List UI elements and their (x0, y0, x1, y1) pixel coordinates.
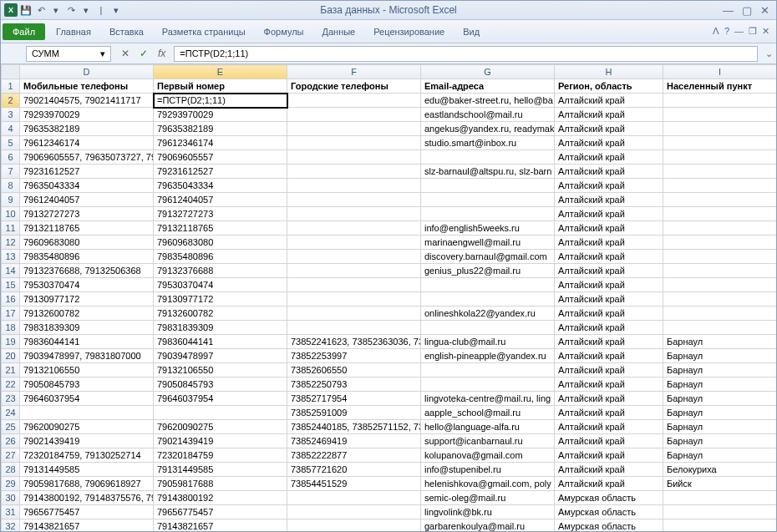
cell-G26[interactable]: support@icanbarnaul.ru (421, 434, 555, 448)
namebox-dd[interactable]: ▾ (100, 48, 105, 59)
row-header[interactable]: 17 (2, 307, 20, 321)
cell-I23[interactable]: Барнаул (663, 392, 777, 406)
cell-D10[interactable]: 79132727273 (20, 207, 154, 221)
cell-G15[interactable] (421, 278, 555, 292)
cell-F8[interactable] (287, 179, 421, 193)
row-header[interactable]: 30 (2, 491, 20, 505)
cell-E17[interactable]: 79132600782 (154, 307, 287, 321)
cell-F22[interactable]: 73852250793 (287, 377, 421, 392)
cell-H23[interactable]: Алтайский край (555, 392, 663, 406)
tab-view[interactable]: Вид (454, 23, 489, 41)
cell-I22[interactable]: Барнаул (663, 377, 777, 392)
cell-F28[interactable]: 73857721620 (287, 463, 421, 477)
cell-D26[interactable]: 79021439419 (20, 434, 154, 448)
cell-F7[interactable] (287, 165, 421, 179)
cell-E28[interactable]: 79131449585 (154, 463, 287, 477)
cell-E11[interactable]: 79132118765 (154, 221, 287, 236)
cell-G25[interactable]: hello@language-alfa.ru (421, 420, 555, 434)
formula-enter-button[interactable]: ✓ (140, 48, 148, 59)
cell-D13[interactable]: 79835480896 (20, 250, 154, 264)
cell-I21[interactable]: Барнаул (663, 363, 777, 377)
cell-H17[interactable]: Алтайский край (555, 307, 663, 321)
cell-H25[interactable]: Алтайский край (555, 420, 663, 434)
cell-I29[interactable]: Бийск (663, 477, 777, 491)
maximize-button[interactable]: ▢ (742, 4, 752, 17)
cell-D27[interactable]: 72320184759, 79130252714 (20, 448, 154, 463)
col-header-G[interactable]: G (421, 65, 555, 79)
cell-H32[interactable]: Амурская область (555, 519, 663, 532)
cell-F26[interactable]: 73852469419 (287, 434, 421, 448)
cell-G8[interactable] (421, 179, 555, 193)
cell-D14[interactable]: 79132376688, 79132506368 (20, 264, 154, 278)
cell-F1[interactable]: Городские телефоны (287, 79, 421, 94)
cell-I30[interactable] (663, 491, 777, 505)
row-header[interactable]: 27 (2, 448, 20, 463)
tab-formulas[interactable]: Формулы (255, 23, 313, 41)
cell-I11[interactable] (663, 221, 777, 236)
cell-F24[interactable]: 73852591009 (287, 406, 421, 420)
cell-H16[interactable]: Алтайский край (555, 292, 663, 307)
cell-H22[interactable]: Алтайский край (555, 377, 663, 392)
cell-H7[interactable]: Алтайский край (555, 165, 663, 179)
row-header[interactable]: 9 (2, 193, 20, 207)
cell-E29[interactable]: 79059817688 (154, 477, 287, 491)
row-header[interactable]: 14 (2, 264, 20, 278)
cell-F21[interactable]: 73852606550 (287, 363, 421, 377)
cell-E20[interactable]: 79039478997 (154, 349, 287, 363)
cell-F3[interactable] (287, 108, 421, 122)
cell-D25[interactable]: 79620090275 (20, 420, 154, 434)
cell-D4[interactable]: 79635382189 (20, 122, 154, 136)
cell-F12[interactable] (287, 236, 421, 250)
cell-I26[interactable]: Барнаул (663, 434, 777, 448)
tab-file[interactable]: Файл (3, 23, 45, 40)
cell-D15[interactable]: 79530370474 (20, 278, 154, 292)
row-header[interactable]: 12 (2, 236, 20, 250)
cell-H30[interactable]: Амурская область (555, 491, 663, 505)
cell-E3[interactable]: 79293970029 (154, 108, 287, 122)
cell-F5[interactable] (287, 136, 421, 150)
cell-E27[interactable]: 72320184759 (154, 448, 287, 463)
cell-E8[interactable]: 79635043334 (154, 179, 287, 193)
col-header-I[interactable]: I (663, 65, 777, 79)
cell-G16[interactable] (421, 292, 555, 307)
cell-G4[interactable]: angekus@yandex.ru, readymak (421, 122, 555, 136)
cell-E16[interactable]: 79130977172 (154, 292, 287, 307)
close-button[interactable]: ✕ (760, 4, 769, 17)
cell-F17[interactable] (287, 307, 421, 321)
tab-review[interactable]: Рецензирование (364, 23, 454, 41)
cell-F2[interactable] (287, 94, 421, 108)
cell-H14[interactable]: Алтайский край (555, 264, 663, 278)
cell-H26[interactable]: Алтайский край (555, 434, 663, 448)
cell-I14[interactable] (663, 264, 777, 278)
cell-G20[interactable]: english-pineapple@yandex.ru (421, 349, 555, 363)
cell-G31[interactable]: lingvolink@bk.ru (421, 505, 555, 519)
cell-E13[interactable]: 79835480896 (154, 250, 287, 264)
row-header[interactable]: 2 (2, 94, 20, 108)
cell-F10[interactable] (287, 207, 421, 221)
cell-I12[interactable] (663, 236, 777, 250)
row-header[interactable]: 32 (2, 519, 20, 532)
row-header[interactable]: 24 (2, 406, 20, 420)
redo-icon[interactable]: ↷ (64, 3, 78, 17)
cell-H29[interactable]: Алтайский край (555, 477, 663, 491)
cell-F4[interactable] (287, 122, 421, 136)
row-header[interactable]: 23 (2, 392, 20, 406)
cell-F14[interactable] (287, 264, 421, 278)
cell-D18[interactable]: 79831839309 (20, 321, 154, 335)
cell-I3[interactable] (663, 108, 777, 122)
cell-D11[interactable]: 79132118765 (20, 221, 154, 236)
row-header[interactable]: 1 (2, 79, 20, 94)
cell-F13[interactable] (287, 250, 421, 264)
cell-E2[interactable]: =ПСТР(D2;1;11) (154, 94, 287, 108)
cell-E26[interactable]: 79021439419 (154, 434, 287, 448)
cell-G10[interactable] (421, 207, 555, 221)
cell-E30[interactable]: 79143800192 (154, 491, 287, 505)
cell-H11[interactable]: Алтайский край (555, 221, 663, 236)
cell-F6[interactable] (287, 150, 421, 165)
undo-icon[interactable]: ↶ (34, 3, 48, 17)
tab-insert[interactable]: Вставка (100, 23, 153, 41)
cell-F9[interactable] (287, 193, 421, 207)
cell-H5[interactable]: Алтайский край (555, 136, 663, 150)
cell-G1[interactable]: Email-адреса (421, 79, 555, 94)
row-header[interactable]: 28 (2, 463, 20, 477)
